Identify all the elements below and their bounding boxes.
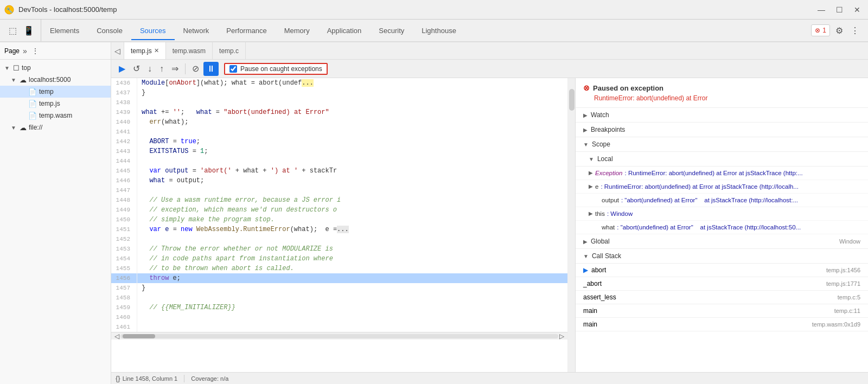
call-item-assert[interactable]: assert_less temp.c:5 xyxy=(576,291,868,304)
toolbar-right: ⊗ 1 ⚙ ⋮ xyxy=(807,23,866,38)
file-tab-tempwasm[interactable]: temp.wasm xyxy=(166,42,213,59)
code-line-1450: 1450 // simply make the program stop. xyxy=(111,215,567,225)
tree-label-localhost: localhost:5000 xyxy=(29,76,71,84)
file-tab-tempjs[interactable]: temp.js ✕ xyxy=(124,42,166,59)
call-item-abort2[interactable]: _abort temp.js:1771 xyxy=(576,277,868,291)
code-line-1455: 1455 // to be thrown when abort is calle… xyxy=(111,264,567,273)
tab-console[interactable]: Console xyxy=(88,22,131,40)
code-line-1438: 1438 xyxy=(111,98,567,107)
call-item-main1[interactable]: main temp.c:11 xyxy=(576,304,868,318)
breakpoints-section-header[interactable]: ▶ Breakpoints xyxy=(576,123,868,137)
call-main2-location: temp.wasm:0x1d9 xyxy=(812,321,860,328)
code-vscroll[interactable] xyxy=(567,78,575,372)
tree-arrow-tempjs xyxy=(20,101,26,107)
horizontal-scrollbar[interactable]: ◁ ▷ xyxy=(111,332,567,340)
editor-wrapper: 1436 Module[onAbort](what); what = abort… xyxy=(111,78,868,372)
tab-network[interactable]: Network xyxy=(175,22,218,40)
scroll-track xyxy=(120,334,558,338)
scope-this-item[interactable]: ▶ this : Window xyxy=(576,207,868,221)
callstack-section-header[interactable]: ▼ Call Stack xyxy=(576,249,868,264)
call-item-main2[interactable]: main temp.wasm:0x1d9 xyxy=(576,318,868,331)
scope-exception-item[interactable]: ▶ Exception : RuntimeError: abort(undefi… xyxy=(576,167,868,180)
call-item-abort[interactable]: ▶ abort temp.js:1456 xyxy=(576,264,868,277)
sidebar-tree: ▼ ☐ top ▼ ☁ localhost:5000 📄 temp 📄 temp… xyxy=(0,60,111,384)
call-main1-location: temp.c:11 xyxy=(834,308,860,314)
pause-caught-checkbox[interactable] xyxy=(229,65,237,73)
file-tab-back-btn[interactable]: ◁ xyxy=(111,42,124,59)
scroll-right-btn[interactable]: ▷ xyxy=(558,332,565,340)
tree-item-temp-js[interactable]: 📄 temp.js xyxy=(0,98,111,110)
step-button[interactable]: ⇒ xyxy=(168,61,182,76)
error-badge[interactable]: ⊗ 1 xyxy=(811,24,830,36)
tab-security[interactable]: Security xyxy=(370,22,413,40)
tab-performance[interactable]: Performance xyxy=(218,22,275,40)
watch-section-header[interactable]: ▶ Watch xyxy=(576,108,868,123)
step-out-button[interactable]: ↑ xyxy=(156,62,167,76)
scope-output-val: : "abort(undefined) at Error" at jsStack… xyxy=(621,195,798,205)
debug-toolbar: ▶ ↺ ↓ ↑ ⇒ ⊘ ⏸ Pause on caught exceptions xyxy=(111,60,868,78)
error-count: 1 xyxy=(822,27,826,34)
minimize-button[interactable]: — xyxy=(814,4,828,15)
call-abort-location: temp.js:1456 xyxy=(826,267,860,273)
tab-application[interactable]: Application xyxy=(318,22,371,40)
window-controls: — ☐ ✕ xyxy=(814,4,864,15)
scope-this-key: this xyxy=(595,209,605,219)
tree-label-tempwasm: temp.wasm xyxy=(39,112,72,119)
scope-output-item[interactable]: output : "abort(undefined) at Error" at … xyxy=(576,194,868,207)
code-line-1441: 1441 xyxy=(111,127,567,137)
call-abort2-fn: _abort xyxy=(583,280,602,287)
code-line-1458: 1458 xyxy=(111,293,567,303)
sidebar-more-btn[interactable]: » xyxy=(22,46,28,56)
scope-e-item[interactable]: ▶ e : RuntimeError: abort(undefined) at … xyxy=(576,180,868,194)
deactivate-breakpoints-button[interactable]: ⊘ xyxy=(189,61,202,76)
global-section-header[interactable]: ▶ Global Window xyxy=(576,234,868,249)
tree-item-temp-wasm[interactable]: 📄 temp.wasm xyxy=(0,110,111,121)
sidebar-menu-btn[interactable]: ⋮ xyxy=(30,46,40,56)
scope-exception-arrow: ▶ xyxy=(589,168,595,178)
tab-elements[interactable]: Elements xyxy=(41,22,88,40)
tab-memory[interactable]: Memory xyxy=(276,22,318,40)
step-over-button[interactable]: ↺ xyxy=(130,61,143,76)
settings-button[interactable]: ⚙ xyxy=(833,23,845,38)
scope-what-key: what xyxy=(602,222,615,232)
scope-what-item[interactable]: what : "abort(undefined) at Error" at js… xyxy=(576,221,868,234)
right-panel: ⊗ Paused on exception RuntimeError: abor… xyxy=(575,78,868,372)
resume-button[interactable]: ▶ xyxy=(116,61,129,76)
code-line-1454: 1454 // in code paths apart from instant… xyxy=(111,254,567,264)
tree-icon-localhost: ☁ xyxy=(20,76,27,84)
sidebar-header: Page » ⋮ xyxy=(0,42,111,60)
local-section-header[interactable]: ▼ Local xyxy=(576,152,868,167)
maximize-button[interactable]: ☐ xyxy=(833,4,846,15)
scroll-left-btn[interactable]: ◁ xyxy=(113,332,120,340)
inspect-icon[interactable]: ⬚ xyxy=(7,23,19,38)
tree-item-temp[interactable]: 📄 temp xyxy=(0,86,111,98)
main-area: ◁ temp.js ✕ temp.wasm temp.c ▶ ↺ ↓ ↑ ⇒ ⊘… xyxy=(111,42,868,384)
breakpoints-label: Breakpoints xyxy=(591,126,625,133)
callstack-arrow: ▼ xyxy=(583,253,589,259)
scope-e-val: : RuntimeError: abort(undefined) at Erro… xyxy=(601,182,799,191)
close-button[interactable]: ✕ xyxy=(851,4,864,15)
file-tab-tempc[interactable]: temp.c xyxy=(213,42,246,59)
tree-icon-file: ☁ xyxy=(20,124,27,132)
tree-icon-temp: 📄 xyxy=(28,88,37,96)
device-icon[interactable]: 📱 xyxy=(21,23,36,38)
more-button[interactable]: ⋮ xyxy=(848,23,861,38)
global-arrow: ▶ xyxy=(583,239,588,245)
right-panel-scroll[interactable]: ⊗ Paused on exception RuntimeError: abor… xyxy=(576,78,868,372)
tab-sources[interactable]: Sources xyxy=(131,22,175,40)
code-vscroll-thumb xyxy=(569,89,575,111)
code-line-1444: 1444 xyxy=(111,156,567,166)
code-line-1440: 1440 err(what); xyxy=(111,117,567,127)
tree-item-top[interactable]: ▼ ☐ top xyxy=(0,62,111,74)
file-tab-tempjs-close[interactable]: ✕ xyxy=(154,47,159,54)
pause-exceptions-button[interactable]: ⏸ xyxy=(203,62,219,76)
tree-item-file[interactable]: ▼ ☁ file:// xyxy=(0,121,111,133)
step-into-button[interactable]: ↓ xyxy=(144,62,155,76)
scope-section-header[interactable]: ▼ Scope xyxy=(576,137,868,152)
tree-icon-tempjs: 📄 xyxy=(28,100,37,108)
tree-item-localhost[interactable]: ▼ ☁ localhost:5000 xyxy=(0,74,111,86)
code-editor[interactable]: 1436 Module[onAbort](what); what = abort… xyxy=(111,78,567,372)
status-separator xyxy=(184,375,184,382)
pause-caught-label: Pause on caught exceptions xyxy=(240,65,322,73)
tab-lighthouse[interactable]: Lighthouse xyxy=(413,22,465,40)
